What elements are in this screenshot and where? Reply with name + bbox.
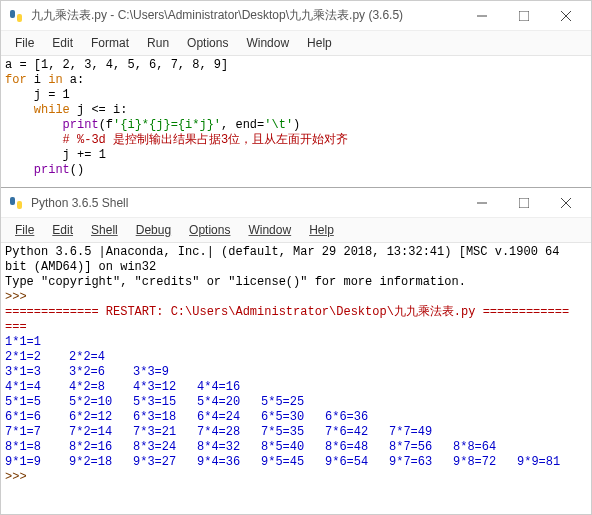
table-cell: 5*1=5 bbox=[5, 395, 69, 410]
restart-sep: === bbox=[5, 320, 27, 334]
table-cell: 9*8=72 bbox=[453, 455, 517, 470]
table-cell: 9*7=63 bbox=[389, 455, 453, 470]
menu-edit[interactable]: Edit bbox=[44, 221, 81, 239]
restart-line: ============= RESTART: C:\Users\Administ… bbox=[5, 305, 569, 319]
table-cell: 7*6=42 bbox=[325, 425, 389, 440]
table-row: 2*1=22*2=4 bbox=[5, 350, 587, 365]
table-cell: 5*4=20 bbox=[197, 395, 261, 410]
shell-titlebar: Python 3.6.5 Shell bbox=[1, 188, 591, 218]
menu-file[interactable]: File bbox=[7, 221, 42, 239]
table-row: 4*1=44*2=84*3=124*4=16 bbox=[5, 380, 587, 395]
editor-menubar: File Edit Format Run Options Window Help bbox=[1, 31, 591, 56]
editor-title: 九九乘法表.py - C:\Users\Administrator\Deskto… bbox=[31, 7, 461, 24]
table-cell: 7*3=21 bbox=[133, 425, 197, 440]
table-cell: 8*3=24 bbox=[133, 440, 197, 455]
table-cell: 7*4=28 bbox=[197, 425, 261, 440]
table-cell: 8*2=16 bbox=[69, 440, 133, 455]
table-cell: 9*6=54 bbox=[325, 455, 389, 470]
table-row: 8*1=88*2=168*3=248*4=328*5=408*6=488*7=5… bbox=[5, 440, 587, 455]
shell-menubar: File Edit Shell Debug Options Window Hel… bbox=[1, 218, 591, 243]
python-file-icon bbox=[7, 7, 25, 25]
table-cell: 7*1=7 bbox=[5, 425, 69, 440]
menu-window[interactable]: Window bbox=[240, 221, 299, 239]
table-cell: 7*2=14 bbox=[69, 425, 133, 440]
table-cell: 5*2=10 bbox=[69, 395, 133, 410]
table-cell: 3*1=3 bbox=[5, 365, 69, 380]
table-cell: 7*5=35 bbox=[261, 425, 325, 440]
menu-edit[interactable]: Edit bbox=[44, 34, 81, 52]
shell-output-area[interactable]: Python 3.6.5 |Anaconda, Inc.| (default, … bbox=[1, 243, 591, 491]
menu-file[interactable]: File bbox=[7, 34, 42, 52]
editor-titlebar: 九九乘法表.py - C:\Users\Administrator\Deskto… bbox=[1, 1, 591, 31]
table-cell: 4*1=4 bbox=[5, 380, 69, 395]
svg-rect-9 bbox=[519, 198, 529, 208]
menu-options[interactable]: Options bbox=[179, 34, 236, 52]
table-cell: 1*1=1 bbox=[5, 335, 69, 350]
table-cell: 8*6=48 bbox=[325, 440, 389, 455]
svg-rect-3 bbox=[519, 11, 529, 21]
table-cell: 3*2=6 bbox=[69, 365, 133, 380]
menu-debug[interactable]: Debug bbox=[128, 221, 179, 239]
table-cell: 6*1=6 bbox=[5, 410, 69, 425]
table-row: 6*1=66*2=126*3=186*4=246*5=306*6=36 bbox=[5, 410, 587, 425]
python-icon bbox=[7, 194, 25, 212]
table-cell: 8*7=56 bbox=[389, 440, 453, 455]
menu-format[interactable]: Format bbox=[83, 34, 137, 52]
window-controls bbox=[461, 2, 587, 30]
table-cell: 6*5=30 bbox=[261, 410, 325, 425]
table-cell: 6*2=12 bbox=[69, 410, 133, 425]
table-cell: 8*5=40 bbox=[261, 440, 325, 455]
table-row: 5*1=55*2=105*3=155*4=205*5=25 bbox=[5, 395, 587, 410]
maximize-button[interactable] bbox=[503, 189, 545, 217]
table-cell: 4*3=12 bbox=[133, 380, 197, 395]
maximize-button[interactable] bbox=[503, 2, 545, 30]
close-button[interactable] bbox=[545, 2, 587, 30]
table-row: 1*1=1 bbox=[5, 335, 587, 350]
editor-window: 九九乘法表.py - C:\Users\Administrator\Deskto… bbox=[1, 1, 591, 183]
close-button[interactable] bbox=[545, 189, 587, 217]
table-cell: 3*3=9 bbox=[133, 365, 197, 380]
table-cell: 8*4=32 bbox=[197, 440, 261, 455]
menu-options[interactable]: Options bbox=[181, 221, 238, 239]
table-row: 3*1=33*2=63*3=9 bbox=[5, 365, 587, 380]
table-cell: 9*1=9 bbox=[5, 455, 69, 470]
svg-rect-7 bbox=[17, 201, 22, 209]
menu-window[interactable]: Window bbox=[238, 34, 297, 52]
svg-rect-6 bbox=[10, 197, 15, 205]
table-cell: 8*1=8 bbox=[5, 440, 69, 455]
prompt: >>> bbox=[5, 470, 27, 484]
minimize-button[interactable] bbox=[461, 2, 503, 30]
table-row: 9*1=99*2=189*3=279*4=369*5=459*6=549*7=6… bbox=[5, 455, 587, 470]
table-cell: 9*5=45 bbox=[261, 455, 325, 470]
minimize-button[interactable] bbox=[461, 189, 503, 217]
menu-help[interactable]: Help bbox=[299, 34, 340, 52]
banner-line-2: Type "copyright", "credits" or "license(… bbox=[5, 275, 466, 289]
banner-line-1: Python 3.6.5 |Anaconda, Inc.| (default, … bbox=[5, 245, 585, 275]
table-cell: 6*6=36 bbox=[325, 410, 389, 425]
table-cell: 2*1=2 bbox=[5, 350, 69, 365]
table-cell: 8*8=64 bbox=[453, 440, 517, 455]
table-cell: 5*5=25 bbox=[261, 395, 325, 410]
window-controls bbox=[461, 189, 587, 217]
table-row: 7*1=77*2=147*3=217*4=287*5=357*6=427*7=4… bbox=[5, 425, 587, 440]
menu-help[interactable]: Help bbox=[301, 221, 342, 239]
prompt: >>> bbox=[5, 290, 27, 304]
svg-rect-0 bbox=[10, 10, 15, 18]
shell-title: Python 3.6.5 Shell bbox=[31, 196, 461, 210]
table-cell: 2*2=4 bbox=[69, 350, 133, 365]
table-cell: 4*2=8 bbox=[69, 380, 133, 395]
table-cell: 5*3=15 bbox=[133, 395, 197, 410]
table-cell: 9*2=18 bbox=[69, 455, 133, 470]
table-cell: 9*9=81 bbox=[517, 455, 581, 470]
multiplication-table: 1*1=12*1=22*2=43*1=33*2=63*3=94*1=44*2=8… bbox=[5, 335, 587, 470]
table-cell: 9*3=27 bbox=[133, 455, 197, 470]
table-cell: 6*3=18 bbox=[133, 410, 197, 425]
editor-code-area[interactable]: a = [1, 2, 3, 4, 5, 6, 7, 8, 9] for i in… bbox=[1, 56, 591, 184]
menu-shell[interactable]: Shell bbox=[83, 221, 126, 239]
svg-rect-1 bbox=[17, 14, 22, 22]
shell-window: Python 3.6.5 Shell File Edit Shell Debug… bbox=[1, 187, 591, 514]
table-cell: 9*4=36 bbox=[197, 455, 261, 470]
table-cell: 6*4=24 bbox=[197, 410, 261, 425]
menu-run[interactable]: Run bbox=[139, 34, 177, 52]
table-cell: 4*4=16 bbox=[197, 380, 261, 395]
